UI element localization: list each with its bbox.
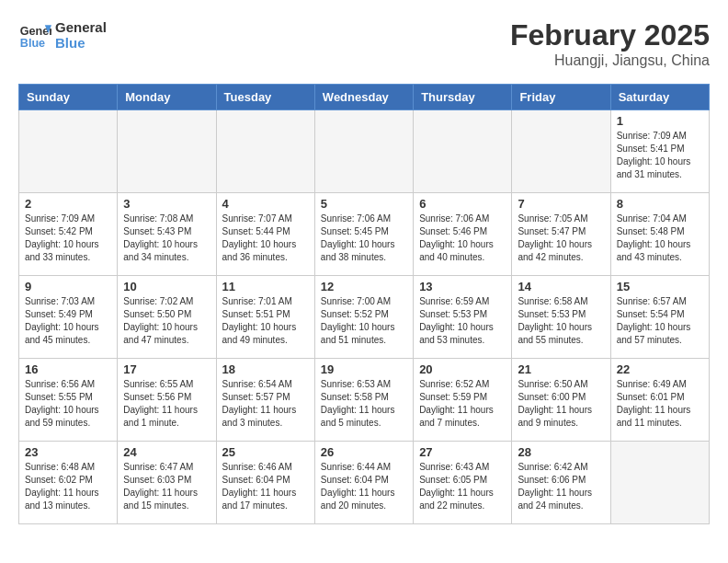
calendar-cell: 9Sunrise: 7:03 AM Sunset: 5:49 PM Daylig… bbox=[19, 276, 118, 359]
weekday-header-tuesday: Tuesday bbox=[216, 85, 314, 110]
svg-text:Blue: Blue bbox=[20, 37, 45, 50]
calendar-cell bbox=[314, 110, 413, 193]
day-number: 27 bbox=[419, 445, 506, 459]
logo-text-line2: Blue bbox=[55, 35, 107, 51]
logo: General Blue General Blue bbox=[18, 18, 107, 52]
calendar-week-3: 9Sunrise: 7:03 AM Sunset: 5:49 PM Daylig… bbox=[19, 276, 710, 359]
day-info: Sunrise: 7:02 AM Sunset: 5:50 PM Dayligh… bbox=[123, 295, 210, 347]
day-number: 17 bbox=[123, 362, 210, 376]
weekday-header-friday: Friday bbox=[512, 85, 610, 110]
day-number: 10 bbox=[123, 280, 210, 293]
calendar-cell bbox=[414, 110, 512, 193]
page-header: General Blue General Blue February 2025 … bbox=[18, 18, 710, 69]
calendar-cell: 5Sunrise: 7:06 AM Sunset: 5:45 PM Daylig… bbox=[314, 193, 413, 276]
calendar-table: SundayMondayTuesdayWednesdayThursdayFrid… bbox=[18, 84, 710, 524]
calendar-cell: 15Sunrise: 6:57 AM Sunset: 5:54 PM Dayli… bbox=[610, 276, 709, 359]
day-number: 19 bbox=[321, 362, 407, 376]
day-info: Sunrise: 6:52 AM Sunset: 5:59 PM Dayligh… bbox=[419, 378, 506, 430]
calendar-cell: 12Sunrise: 7:00 AM Sunset: 5:52 PM Dayli… bbox=[314, 276, 413, 359]
calendar-cell bbox=[610, 442, 709, 524]
calendar-cell: 16Sunrise: 6:56 AM Sunset: 5:55 PM Dayli… bbox=[19, 359, 118, 442]
day-info: Sunrise: 7:01 AM Sunset: 5:51 PM Dayligh… bbox=[222, 295, 309, 347]
logo-icon: General Blue bbox=[18, 18, 51, 52]
calendar-cell: 11Sunrise: 7:01 AM Sunset: 5:51 PM Dayli… bbox=[216, 276, 314, 359]
calendar-week-4: 16Sunrise: 6:56 AM Sunset: 5:55 PM Dayli… bbox=[19, 359, 710, 442]
calendar-cell: 8Sunrise: 7:04 AM Sunset: 5:48 PM Daylig… bbox=[610, 193, 709, 276]
calendar-title: February 2025 bbox=[510, 18, 710, 52]
calendar-cell: 6Sunrise: 7:06 AM Sunset: 5:46 PM Daylig… bbox=[414, 193, 512, 276]
calendar-cell: 19Sunrise: 6:53 AM Sunset: 5:58 PM Dayli… bbox=[314, 359, 413, 442]
day-number: 15 bbox=[617, 280, 703, 293]
day-info: Sunrise: 6:53 AM Sunset: 5:58 PM Dayligh… bbox=[321, 378, 407, 430]
calendar-cell bbox=[512, 110, 610, 193]
day-info: Sunrise: 6:57 AM Sunset: 5:54 PM Dayligh… bbox=[617, 295, 703, 347]
calendar-cell: 22Sunrise: 6:49 AM Sunset: 6:01 PM Dayli… bbox=[610, 359, 709, 442]
calendar-subtitle: Huangji, Jiangsu, China bbox=[510, 52, 710, 69]
day-info: Sunrise: 6:56 AM Sunset: 5:55 PM Dayligh… bbox=[25, 378, 111, 430]
day-info: Sunrise: 7:06 AM Sunset: 5:46 PM Dayligh… bbox=[419, 213, 506, 264]
day-info: Sunrise: 6:42 AM Sunset: 6:06 PM Dayligh… bbox=[518, 461, 604, 512]
day-number: 7 bbox=[518, 197, 604, 211]
day-number: 2 bbox=[25, 197, 111, 211]
weekday-header-row: SundayMondayTuesdayWednesdayThursdayFrid… bbox=[19, 85, 710, 110]
day-number: 11 bbox=[222, 280, 309, 293]
calendar-cell: 7Sunrise: 7:05 AM Sunset: 5:47 PM Daylig… bbox=[512, 193, 610, 276]
day-info: Sunrise: 6:58 AM Sunset: 5:53 PM Dayligh… bbox=[518, 295, 604, 347]
day-info: Sunrise: 7:04 AM Sunset: 5:48 PM Dayligh… bbox=[617, 213, 703, 264]
day-number: 18 bbox=[222, 362, 309, 376]
title-block: February 2025 Huangji, Jiangsu, China bbox=[510, 18, 710, 69]
calendar-cell: 26Sunrise: 6:44 AM Sunset: 6:04 PM Dayli… bbox=[314, 442, 413, 524]
day-info: Sunrise: 7:08 AM Sunset: 5:43 PM Dayligh… bbox=[123, 213, 210, 264]
day-info: Sunrise: 6:47 AM Sunset: 6:03 PM Dayligh… bbox=[123, 461, 210, 512]
day-number: 12 bbox=[321, 280, 407, 293]
day-info: Sunrise: 6:50 AM Sunset: 6:00 PM Dayligh… bbox=[518, 378, 604, 430]
day-info: Sunrise: 6:46 AM Sunset: 6:04 PM Dayligh… bbox=[222, 461, 309, 512]
day-number: 1 bbox=[617, 114, 703, 128]
day-number: 9 bbox=[25, 280, 111, 293]
calendar-cell: 23Sunrise: 6:48 AM Sunset: 6:02 PM Dayli… bbox=[19, 442, 118, 524]
calendar-cell bbox=[19, 110, 118, 193]
calendar-week-2: 2Sunrise: 7:09 AM Sunset: 5:42 PM Daylig… bbox=[19, 193, 710, 276]
calendar-cell: 25Sunrise: 6:46 AM Sunset: 6:04 PM Dayli… bbox=[216, 442, 314, 524]
weekday-header-monday: Monday bbox=[118, 85, 216, 110]
day-info: Sunrise: 7:05 AM Sunset: 5:47 PM Dayligh… bbox=[518, 213, 604, 264]
calendar-cell: 28Sunrise: 6:42 AM Sunset: 6:06 PM Dayli… bbox=[512, 442, 610, 524]
day-info: Sunrise: 6:49 AM Sunset: 6:01 PM Dayligh… bbox=[617, 378, 703, 430]
day-info: Sunrise: 6:59 AM Sunset: 5:53 PM Dayligh… bbox=[419, 295, 506, 347]
calendar-cell: 20Sunrise: 6:52 AM Sunset: 5:59 PM Dayli… bbox=[414, 359, 512, 442]
day-info: Sunrise: 6:43 AM Sunset: 6:05 PM Dayligh… bbox=[419, 461, 506, 512]
day-number: 14 bbox=[518, 280, 604, 293]
weekday-header-wednesday: Wednesday bbox=[314, 85, 413, 110]
day-number: 25 bbox=[222, 445, 309, 459]
day-info: Sunrise: 7:06 AM Sunset: 5:45 PM Dayligh… bbox=[321, 213, 407, 264]
day-number: 26 bbox=[321, 445, 407, 459]
day-number: 22 bbox=[617, 362, 703, 376]
calendar-week-1: 1Sunrise: 7:09 AM Sunset: 5:41 PM Daylig… bbox=[19, 110, 710, 193]
weekday-header-thursday: Thursday bbox=[414, 85, 512, 110]
day-info: Sunrise: 7:03 AM Sunset: 5:49 PM Dayligh… bbox=[25, 295, 111, 347]
calendar-cell bbox=[118, 110, 216, 193]
calendar-cell: 1Sunrise: 7:09 AM Sunset: 5:41 PM Daylig… bbox=[610, 110, 709, 193]
day-info: Sunrise: 6:55 AM Sunset: 5:56 PM Dayligh… bbox=[123, 378, 210, 430]
day-number: 6 bbox=[419, 197, 506, 211]
calendar-cell: 18Sunrise: 6:54 AM Sunset: 5:57 PM Dayli… bbox=[216, 359, 314, 442]
day-number: 21 bbox=[518, 362, 604, 376]
calendar-cell: 3Sunrise: 7:08 AM Sunset: 5:43 PM Daylig… bbox=[118, 193, 216, 276]
day-number: 5 bbox=[321, 197, 407, 211]
day-number: 23 bbox=[25, 445, 111, 459]
day-info: Sunrise: 7:09 AM Sunset: 5:42 PM Dayligh… bbox=[25, 213, 111, 264]
day-info: Sunrise: 7:00 AM Sunset: 5:52 PM Dayligh… bbox=[321, 295, 407, 347]
calendar-cell: 10Sunrise: 7:02 AM Sunset: 5:50 PM Dayli… bbox=[118, 276, 216, 359]
day-number: 24 bbox=[123, 445, 210, 459]
day-number: 16 bbox=[25, 362, 111, 376]
calendar-cell: 2Sunrise: 7:09 AM Sunset: 5:42 PM Daylig… bbox=[19, 193, 118, 276]
weekday-header-saturday: Saturday bbox=[610, 85, 709, 110]
day-number: 28 bbox=[518, 445, 604, 459]
day-info: Sunrise: 6:44 AM Sunset: 6:04 PM Dayligh… bbox=[321, 461, 407, 512]
day-info: Sunrise: 6:48 AM Sunset: 6:02 PM Dayligh… bbox=[25, 461, 111, 512]
calendar-cell: 17Sunrise: 6:55 AM Sunset: 5:56 PM Dayli… bbox=[118, 359, 216, 442]
calendar-week-5: 23Sunrise: 6:48 AM Sunset: 6:02 PM Dayli… bbox=[19, 442, 710, 524]
calendar-cell: 24Sunrise: 6:47 AM Sunset: 6:03 PM Dayli… bbox=[118, 442, 216, 524]
day-number: 13 bbox=[419, 280, 506, 293]
day-info: Sunrise: 6:54 AM Sunset: 5:57 PM Dayligh… bbox=[222, 378, 309, 430]
